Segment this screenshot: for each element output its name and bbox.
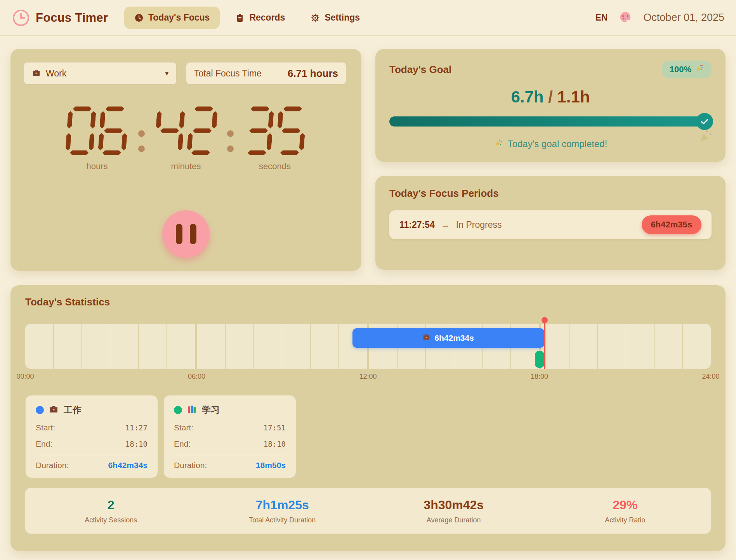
divider [174, 455, 286, 455]
todays-goal-card: Today's Goal 100% [375, 49, 726, 162]
session-name: 工作 [64, 404, 82, 416]
seven-segment-digit [98, 106, 129, 155]
summary-item-average-duration: 3h30m42s Average Duration [368, 498, 540, 524]
summary-item-sessions: 2 Activity Sessions [25, 498, 197, 524]
summary-item-activity-ratio: 29% Activity Ratio [540, 498, 711, 524]
clock-seconds [245, 106, 305, 155]
chevron-down-icon: ▾ [165, 69, 168, 78]
briefcase-icon [32, 68, 41, 79]
session-duration: 18m50s [256, 461, 286, 470]
session-card-work: 工作 Start: 11:27 End: 18:10 Duration: 6h4… [25, 395, 158, 478]
seven-segment-digit [65, 106, 97, 155]
session-color-dot [174, 406, 182, 414]
axis-tick-label: 12:00 [359, 373, 377, 381]
clock-colon [138, 106, 145, 155]
theme-toggle-button[interactable] [619, 11, 632, 24]
confetti-icon [695, 64, 704, 75]
clock-hours-label: hours [86, 161, 108, 172]
current-time-dot [542, 317, 548, 323]
focus-period-row: 11:27:54 → In Progress 6h42m35s [389, 210, 712, 239]
axis-tick-label: 06:00 [188, 373, 205, 381]
total-focus-panel: Total Focus Time 6.71 hours [186, 62, 346, 85]
total-focus-label: Total Focus Time [194, 68, 262, 79]
header-right: EN October 01, 2025 [595, 11, 724, 24]
session-card-study: 学习 Start: 17:51 End: 18:10 Duration: 18m… [163, 395, 296, 478]
statistics-title: Today's Statistics [25, 296, 711, 308]
goal-percent-badge: 100% [662, 61, 712, 78]
timeline-bar-label: 6h42m34s [434, 333, 474, 343]
timeline-axis: 00:0006:0012:0018:0024:00 [25, 373, 711, 383]
confetti-icon [698, 128, 714, 146]
axis-tick-label: 18:00 [531, 373, 548, 381]
main-nav: Today's Focus Records Setti [124, 7, 370, 29]
divider [36, 455, 148, 455]
briefcase-icon [422, 333, 430, 343]
clock-icon [134, 13, 144, 23]
progress-fill [389, 116, 712, 127]
category-selected-value: Work [46, 68, 66, 79]
tab-todays-focus[interactable]: Today's Focus [124, 7, 220, 29]
clock-hours [67, 106, 127, 155]
timeline-bar[interactable]: 6h42m34s [352, 328, 544, 348]
period-duration-badge: 6h42m35s [642, 215, 701, 234]
app-logo-clock-icon [12, 9, 30, 27]
briefcase-icon [49, 404, 59, 416]
seven-segment-digit [243, 106, 274, 155]
confetti-icon [494, 138, 503, 150]
total-focus-value: 6.71 hours [288, 68, 338, 80]
arrow-right-icon: → [441, 220, 450, 230]
timeline-bar[interactable] [535, 351, 544, 368]
goal-title: Today's Goal [389, 64, 451, 76]
seven-segment-digit [276, 106, 307, 155]
timer-card: Work ▾ Total Focus Time 6.71 hours hours… [10, 49, 361, 271]
check-icon [696, 113, 713, 130]
axis-tick-label: 24:00 [702, 373, 719, 381]
palette-icon [619, 11, 632, 24]
seven-segment-digit [154, 106, 186, 155]
category-select[interactable]: Work ▾ [24, 62, 177, 85]
gear-icon [311, 13, 320, 23]
digital-clock: hours minutes seconds [24, 106, 348, 172]
seven-segment-digit [187, 106, 218, 155]
period-start-time: 11:27:54 [399, 220, 435, 230]
focus-periods-title: Today's Focus Periods [389, 187, 712, 199]
session-name: 学习 [202, 404, 220, 416]
clock-colon [227, 106, 234, 155]
goal-progress-bar [389, 116, 712, 127]
axis-tick-label: 00:00 [16, 373, 34, 381]
goal-progress-value: 6.7h / 1.1h [389, 88, 712, 106]
goal-completed-message: Today's goal completed! [389, 138, 712, 150]
focus-periods-card: Today's Focus Periods 11:27:54 → In Prog… [375, 176, 726, 270]
tab-label: Today's Focus [148, 12, 210, 23]
tab-label: Records [249, 12, 285, 23]
books-icon [187, 404, 197, 416]
current-time-marker [544, 320, 545, 369]
pause-button[interactable] [162, 210, 210, 258]
timeline-bars: 6h42m34s [25, 324, 711, 369]
app-title: Focus Timer [36, 11, 108, 25]
clock-minutes [156, 106, 216, 155]
tab-records[interactable]: Records [225, 7, 295, 29]
main-content: Work ▾ Total Focus Time 6.71 hours hours… [0, 36, 736, 551]
session-color-dot [36, 406, 44, 414]
app-header: Focus Timer Today's Focus Records [0, 0, 736, 36]
timeline-chart: 6h42m34s [25, 324, 711, 369]
summary-panel: 2 Activity Sessions 7h1m25s Total Activi… [25, 488, 711, 534]
period-status: In Progress [456, 220, 502, 230]
clock-seconds-label: seconds [259, 161, 291, 172]
language-toggle[interactable]: EN [595, 12, 608, 23]
current-date: October 01, 2025 [643, 12, 724, 24]
clipboard-icon [235, 13, 245, 23]
clock-minutes-label: minutes [171, 161, 201, 172]
tab-label: Settings [325, 12, 360, 23]
session-list: 工作 Start: 11:27 End: 18:10 Duration: 6h4… [25, 395, 711, 478]
session-duration: 6h42m34s [108, 461, 148, 470]
pause-icon [176, 224, 182, 244]
summary-item-total-duration: 7h1m25s Total Activity Duration [197, 498, 368, 524]
tab-settings[interactable]: Settings [300, 7, 370, 29]
statistics-card: Today's Statistics 6h42m34s 00:0006:0012… [10, 285, 726, 551]
